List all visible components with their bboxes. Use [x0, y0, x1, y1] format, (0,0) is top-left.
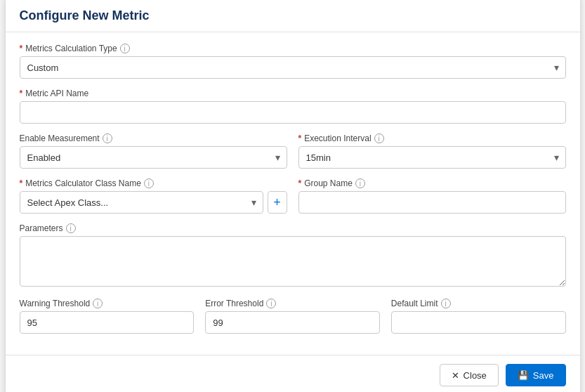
metrics-calc-class-col: * Metrics Calculator Class Name i Select… [20, 178, 287, 214]
group-name-col: * Group Name i [298, 178, 566, 214]
metrics-calc-type-label: * Metrics Calculation Type i [20, 44, 566, 53]
warning-threshold-col: Warning Threshold i [20, 299, 195, 334]
required-star-2: * [20, 89, 23, 98]
group-name-input[interactable] [298, 191, 566, 214]
metrics-calc-type-select[interactable]: Custom Standard Aggregate [20, 56, 566, 79]
metric-api-name-row: * Metric API Name [20, 89, 566, 124]
metrics-calc-type-row: * Metrics Calculation Type i Custom Stan… [20, 44, 566, 79]
modal-header: Configure New Metric [6, 0, 580, 32]
add-apex-class-button[interactable]: + [268, 191, 287, 214]
measurement-interval-row: Enable Measurement i Enabled Disabled * … [20, 133, 566, 169]
metrics-calc-type-select-wrapper: Custom Standard Aggregate [20, 56, 566, 79]
parameters-label: Parameters i [20, 223, 566, 233]
enable-measurement-col: Enable Measurement i Enabled Disabled [20, 133, 287, 169]
enable-measurement-select-wrapper: Enabled Disabled [20, 146, 287, 169]
close-x-icon: ✕ [452, 370, 459, 381]
metric-api-name-label: * Metric API Name [20, 89, 566, 98]
required-star-5: * [298, 178, 302, 188]
error-threshold-input[interactable] [205, 311, 380, 334]
default-limit-input[interactable] [391, 311, 566, 334]
apex-class-select[interactable]: Select Apex Class... [20, 191, 263, 214]
metrics-calc-class-info-icon[interactable]: i [144, 178, 154, 188]
execution-interval-select[interactable]: 5min 10min 15min 30min 1hr [298, 146, 566, 169]
close-button[interactable]: ✕ Close [440, 364, 499, 386]
warning-threshold-info-icon[interactable]: i [93, 299, 103, 308]
group-name-info-icon[interactable]: i [355, 178, 365, 188]
enable-measurement-select[interactable]: Enabled Disabled [20, 146, 287, 169]
execution-interval-select-wrapper: 5min 10min 15min 30min 1hr [298, 146, 566, 169]
default-limit-info-icon[interactable]: i [441, 299, 451, 308]
parameters-row: Parameters i [20, 223, 566, 289]
warning-threshold-label: Warning Threshold i [20, 299, 195, 308]
error-threshold-col: Error Threshold i [205, 299, 380, 334]
class-group-row: * Metrics Calculator Class Name i Select… [20, 178, 566, 214]
default-limit-col: Default Limit i [391, 299, 566, 334]
required-star-1: * [20, 44, 23, 53]
modal-title: Configure New Metric [20, 8, 566, 23]
default-limit-label: Default Limit i [391, 299, 566, 308]
enable-measurement-label: Enable Measurement i [20, 133, 287, 143]
apex-class-select-wrapper: Select Apex Class... [20, 191, 263, 214]
parameters-textarea[interactable] [20, 236, 566, 287]
metrics-calc-class-label: * Metrics Calculator Class Name i [20, 178, 287, 188]
error-threshold-info-icon[interactable]: i [266, 299, 276, 308]
save-disk-icon: 💾 [518, 370, 529, 381]
apex-class-container: Select Apex Class... + [20, 191, 287, 214]
required-star-3: * [298, 133, 302, 143]
execution-interval-col: * Execution Interval i 5min 10min 15min … [298, 133, 566, 169]
metrics-calc-type-info-icon[interactable]: i [120, 44, 130, 53]
error-threshold-label: Error Threshold i [205, 299, 380, 308]
modal-body: * Metrics Calculation Type i Custom Stan… [6, 32, 580, 355]
execution-interval-label: * Execution Interval i [298, 133, 566, 143]
required-star-4: * [20, 178, 23, 188]
modal-footer: ✕ Close 💾 Save [6, 355, 580, 392]
parameters-info-icon[interactable]: i [66, 223, 76, 233]
metric-api-name-input[interactable] [20, 101, 566, 124]
thresholds-row: Warning Threshold i Error Threshold i De… [20, 299, 566, 334]
save-button[interactable]: 💾 Save [506, 364, 566, 386]
enable-measurement-info-icon[interactable]: i [103, 133, 112, 143]
configure-metric-modal: Configure New Metric * Metrics Calculati… [5, 0, 581, 392]
execution-interval-info-icon[interactable]: i [374, 133, 384, 143]
group-name-label: * Group Name i [298, 178, 566, 188]
warning-threshold-input[interactable] [20, 311, 195, 334]
